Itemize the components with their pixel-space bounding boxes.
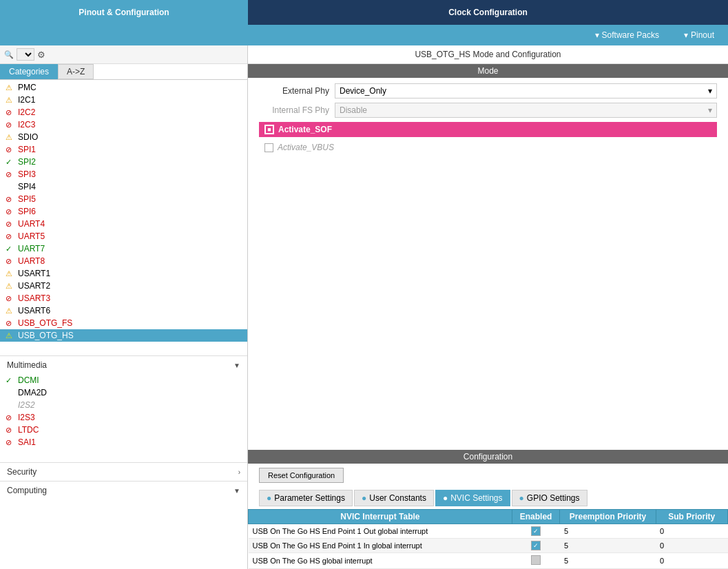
tab-nvic-settings[interactable]: ● NVIC Settings bbox=[435, 490, 510, 506]
nvic-preemption-0: 5 bbox=[560, 524, 656, 539]
configuration-section-bar: Configuration bbox=[248, 450, 728, 464]
nvic-enabled-0[interactable] bbox=[512, 524, 560, 539]
list-item-i2s3[interactable]: ⊘ I2S3 bbox=[0, 411, 247, 424]
activate-vbus-label: Activate_VBUS bbox=[278, 143, 334, 152]
chevron-down-icon: ▼ bbox=[233, 362, 240, 369]
list-item-uart8[interactable]: ⊘ UART8 bbox=[0, 255, 247, 267]
list-item-uart5[interactable]: ⊘ UART5 bbox=[0, 230, 247, 242]
list-item-usb-otg-fs[interactable]: ⊘ USB_OTG_FS bbox=[0, 317, 247, 329]
list-item-i2c1[interactable]: ⚠ I2C1 bbox=[0, 94, 247, 106]
error-icon: ⊘ bbox=[6, 232, 15, 241]
config-title: USB_OTG_HS Mode and Configuration bbox=[248, 45, 728, 64]
chevron-right-icon: › bbox=[238, 468, 240, 476]
nvic-checkbox-0[interactable] bbox=[531, 526, 541, 536]
nvic-interrupt-name-0: USB On The Go HS End Point 1 Out global … bbox=[249, 524, 512, 539]
right-panel: USB_OTG_HS Mode and Configuration Mode E… bbox=[248, 45, 728, 569]
list-item-usart6[interactable]: ⚠ USART6 bbox=[0, 304, 247, 317]
list-item-i2c3[interactable]: ⊘ I2C3 bbox=[0, 118, 247, 131]
check-icon: ● bbox=[267, 493, 271, 503]
warning-icon: ⚠ bbox=[6, 133, 15, 142]
list-item-dcmi[interactable]: ✓ DCMI bbox=[0, 374, 247, 386]
error-icon: ⊘ bbox=[6, 108, 15, 117]
activate-sof-row[interactable]: ■ Activate_SOF bbox=[259, 122, 717, 137]
multimedia-section-header[interactable]: Multimedia ▼ bbox=[0, 356, 247, 374]
list-item-pmc[interactable]: ⚠ PMC bbox=[0, 81, 247, 94]
tab-gpio-settings[interactable]: ● GPIO Settings bbox=[512, 490, 587, 506]
mode-section: External Phy Device_Only ▾ Internal FS P… bbox=[248, 78, 728, 161]
list-item-uart4[interactable]: ⊘ UART4 bbox=[0, 218, 247, 230]
nvic-checkbox-2[interactable] bbox=[531, 555, 541, 565]
chevron-down-icon: ▾ bbox=[708, 86, 712, 96]
config-tabs: ● Parameter Settings ● User Constants ● … bbox=[259, 490, 717, 506]
list-item-usart1[interactable]: ⚠ USART1 bbox=[0, 267, 247, 280]
activate-vbus-checkbox[interactable] bbox=[264, 143, 273, 152]
activate-sof-checkbox[interactable]: ■ bbox=[264, 125, 274, 134]
nvic-enabled-2[interactable] bbox=[512, 553, 560, 569]
activate-sof-label: Activate_SOF bbox=[278, 125, 332, 134]
list-item-spi2[interactable]: ✓ SPI2 bbox=[0, 156, 247, 168]
list-item-dma2d[interactable]: DMA2D bbox=[0, 386, 247, 399]
warning-icon: ⚠ bbox=[6, 282, 15, 291]
error-icon: ⊘ bbox=[6, 195, 15, 204]
sidebar-tabs: Categories A->Z bbox=[0, 64, 247, 80]
nvic-interrupt-name-2: USB On The Go HS global interrupt bbox=[249, 553, 512, 569]
error-icon: ⊘ bbox=[6, 319, 15, 328]
tab-parameter-settings[interactable]: ● Parameter Settings bbox=[259, 490, 353, 506]
computing-section: Computing ▼ bbox=[0, 481, 247, 499]
error-icon: ⊘ bbox=[6, 438, 15, 447]
chevron-down-icon: ▾ bbox=[708, 105, 712, 115]
top-header: Pinout & Configuration Clock Configurati… bbox=[0, 0, 728, 25]
nvic-sub-0: 0 bbox=[656, 524, 727, 539]
nvic-table: NVIC Interrupt Table Enabled Preemption … bbox=[248, 509, 728, 569]
clock-config-title: Clock Configuration bbox=[248, 0, 728, 25]
nvic-col-enabled: Enabled bbox=[512, 510, 560, 524]
internal-fs-phy-select[interactable]: Disable ▾ bbox=[335, 103, 717, 118]
nvic-preemption-2: 5 bbox=[560, 553, 656, 569]
gear-icon[interactable]: ⚙ bbox=[37, 50, 45, 60]
activate-vbus-row[interactable]: Activate_VBUS bbox=[259, 140, 717, 155]
security-section-header[interactable]: Security › bbox=[0, 463, 247, 481]
nvic-col-interrupt: NVIC Interrupt Table bbox=[249, 510, 512, 524]
tab-user-constants[interactable]: ● User Constants bbox=[354, 490, 434, 506]
list-item-sdio[interactable]: ⚠ SDIO bbox=[0, 131, 247, 143]
nvic-row-0: USB On The Go HS End Point 1 Out global … bbox=[249, 524, 728, 539]
nvic-checkbox-1[interactable] bbox=[531, 541, 541, 550]
software-packs-btn[interactable]: ▾ Software Packs bbox=[584, 30, 673, 40]
error-icon: ⊘ bbox=[6, 170, 15, 179]
security-section: Security › bbox=[0, 462, 247, 481]
list-item-usart2[interactable]: ⚠ USART2 bbox=[0, 280, 247, 292]
error-icon: ⊘ bbox=[6, 145, 15, 154]
external-phy-label: External Phy bbox=[259, 86, 335, 96]
list-item-ltdc[interactable]: ⊘ LTDC bbox=[0, 424, 247, 436]
list-item-sai1[interactable]: ⊘ SAI1 bbox=[0, 436, 247, 448]
ok-icon: ✓ bbox=[6, 376, 15, 385]
list-item-spi1[interactable]: ⊘ SPI1 bbox=[0, 143, 247, 156]
pinout-btn[interactable]: ▾ Pinout bbox=[673, 30, 728, 40]
list-item-spi4[interactable]: SPI4 bbox=[0, 180, 247, 193]
error-icon: ⊘ bbox=[6, 294, 15, 303]
external-phy-row: External Phy Device_Only ▾ bbox=[259, 83, 717, 99]
nvic-col-preemption: Preemption Priority bbox=[560, 510, 656, 524]
external-phy-select[interactable]: Device_Only ▾ bbox=[335, 83, 717, 99]
list-item-spi6[interactable]: ⊘ SPI6 bbox=[0, 205, 247, 218]
tab-az[interactable]: A->Z bbox=[58, 64, 94, 79]
nvic-row-1: USB On The Go HS End Point 1 In global i… bbox=[249, 539, 728, 553]
list-item-spi5[interactable]: ⊘ SPI5 bbox=[0, 193, 247, 205]
error-icon: ⊘ bbox=[6, 413, 15, 422]
list-item-i2s2[interactable]: I2S2 bbox=[0, 399, 247, 411]
computing-section-header[interactable]: Computing ▼ bbox=[0, 482, 247, 499]
list-item-usart3[interactable]: ⊘ USART3 bbox=[0, 292, 247, 304]
search-dropdown[interactable] bbox=[17, 48, 34, 61]
list-item-i2c2[interactable]: ⊘ I2C2 bbox=[0, 106, 247, 118]
nvic-enabled-1[interactable] bbox=[512, 539, 560, 553]
pinout-config-title: Pinout & Configuration bbox=[0, 0, 248, 25]
tab-categories[interactable]: Categories bbox=[0, 64, 58, 79]
list-item-spi3[interactable]: ⊘ SPI3 bbox=[0, 168, 247, 180]
reset-configuration-button[interactable]: Reset Configuration bbox=[259, 468, 344, 483]
list-item-usb-otg-hs[interactable]: ⚠ USB_OTG_HS bbox=[0, 329, 247, 342]
nvic-sub-2: 0 bbox=[656, 553, 727, 569]
nvic-table-wrapper: NVIC Interrupt Table Enabled Preemption … bbox=[248, 509, 728, 569]
nvic-interrupt-name-1: USB On The Go HS End Point 1 In global i… bbox=[249, 539, 512, 553]
warning-icon: ⚠ bbox=[6, 307, 15, 315]
list-item-uart7[interactable]: ✓ UART7 bbox=[0, 242, 247, 255]
